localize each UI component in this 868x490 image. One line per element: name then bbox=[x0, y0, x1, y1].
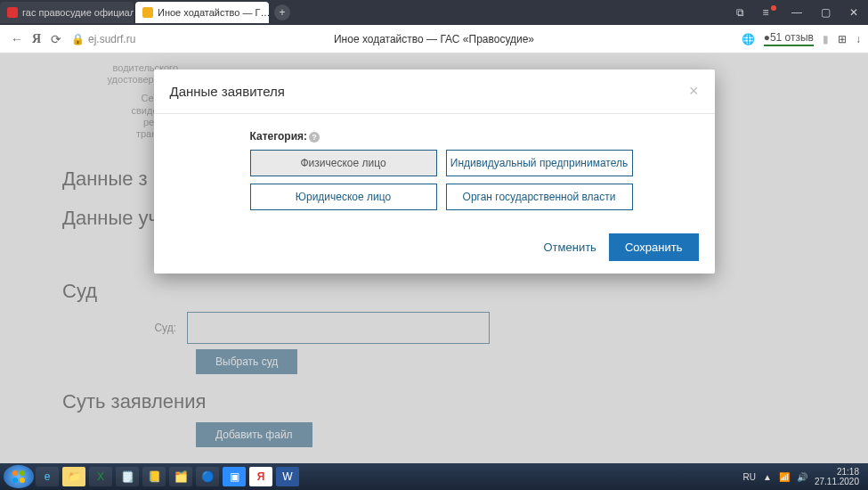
yandex-logo[interactable]: Я bbox=[27, 32, 46, 46]
favicon-icon bbox=[7, 7, 18, 18]
page-title: Иное ходатайство — ГАС «Правосудие» bbox=[334, 33, 534, 45]
tab-label: гас правосудие официаль bbox=[22, 7, 134, 18]
clock[interactable]: 21:18 27.11.2020 bbox=[815, 467, 859, 486]
applicant-modal: Данные заявителя × Категория:? Физическо… bbox=[154, 69, 715, 274]
browser-tabs: гас правосудие официаль Иное ходатайство… bbox=[0, 0, 290, 25]
modal-title: Данные заявителя bbox=[170, 84, 285, 99]
category-entrepreneur[interactable]: Индивидуальный предприниматель bbox=[446, 150, 633, 176]
extensions-icon[interactable]: ⊞ bbox=[838, 33, 847, 45]
tab-2-active[interactable]: Иное ходатайство — Г… × bbox=[135, 2, 269, 23]
back-button[interactable]: ← bbox=[7, 32, 27, 46]
help-icon[interactable]: ? bbox=[309, 132, 320, 143]
window-minimize-button[interactable]: — bbox=[783, 0, 811, 25]
window-maximize-button[interactable]: ▢ bbox=[811, 0, 840, 25]
download-icon[interactable]: ↓ bbox=[856, 33, 861, 45]
system-tray: RU ▲ 📶 🔊 21:18 27.11.2020 bbox=[743, 467, 864, 486]
tray-sound-icon[interactable]: 🔊 bbox=[797, 472, 807, 482]
svg-point-2 bbox=[12, 478, 18, 483]
ie-icon[interactable]: e bbox=[36, 467, 59, 486]
category-legal-entity[interactable]: Юридическое лицо bbox=[250, 184, 437, 210]
sticky-icon[interactable]: 🗒️ bbox=[116, 467, 139, 486]
window-controls: ⧉ ≡ — ▢ ✕ bbox=[726, 0, 868, 25]
url-host: ej.sudrf.ru bbox=[88, 33, 135, 45]
address-bar: ← Я ⟳ 🔒 ej.sudrf.ru Иное ходатайство — Г… bbox=[0, 25, 868, 53]
category-government[interactable]: Орган государственной власти bbox=[446, 184, 633, 210]
explorer-icon[interactable]: 📁 bbox=[62, 467, 85, 486]
translate-icon[interactable]: 🌐 bbox=[742, 33, 755, 45]
excel-icon[interactable]: X bbox=[89, 467, 112, 486]
titlebar: гас правосудие официаль Иное ходатайство… bbox=[0, 0, 868, 25]
category-individual[interactable]: Физическое лицо bbox=[250, 150, 437, 176]
reload-button[interactable]: ⟳ bbox=[46, 32, 66, 46]
cancel-button[interactable]: Отменить bbox=[543, 241, 596, 254]
yandex-browser-icon[interactable]: Я bbox=[249, 467, 272, 486]
lock-icon: 🔒 bbox=[71, 33, 85, 45]
bookmark-icon[interactable]: ▮ bbox=[823, 33, 829, 45]
lang-indicator[interactable]: RU bbox=[743, 472, 756, 482]
start-button[interactable] bbox=[4, 465, 34, 488]
copy-icon[interactable]: ⧉ bbox=[726, 0, 754, 25]
word-icon[interactable]: W bbox=[276, 467, 299, 486]
folder-icon[interactable]: 🗂️ bbox=[169, 467, 192, 486]
tab-1[interactable]: гас правосудие официаль bbox=[0, 2, 134, 23]
category-options: Физическое лицо Индивидуальный предприни… bbox=[250, 150, 699, 210]
chrome-icon[interactable]: 🔵 bbox=[196, 467, 219, 486]
reviews-badge[interactable]: ●51 отзыв bbox=[764, 31, 814, 46]
menu-icon[interactable]: ≡ bbox=[754, 0, 783, 25]
notes-icon[interactable]: 📒 bbox=[142, 467, 166, 486]
save-button[interactable]: Сохранить bbox=[609, 233, 699, 261]
tray-network-icon[interactable]: 📶 bbox=[779, 472, 790, 482]
favicon-icon bbox=[142, 7, 153, 18]
modal-close-button[interactable]: × bbox=[689, 82, 699, 101]
window-close-button[interactable]: ✕ bbox=[840, 0, 868, 25]
svg-point-3 bbox=[20, 478, 25, 483]
new-tab-button[interactable]: + bbox=[274, 4, 290, 20]
svg-point-0 bbox=[12, 470, 18, 476]
zoom-icon[interactable]: ▣ bbox=[223, 467, 246, 486]
tab-label: Иное ходатайство — Г… bbox=[158, 7, 269, 18]
category-label: Категория:? bbox=[250, 130, 699, 143]
taskbar: e 📁 X 🗒️ 📒 🗂️ 🔵 ▣ Я W RU ▲ 📶 🔊 21:18 27.… bbox=[0, 463, 868, 490]
tray-flag-icon[interactable]: ▲ bbox=[763, 472, 772, 482]
svg-point-1 bbox=[20, 470, 25, 476]
